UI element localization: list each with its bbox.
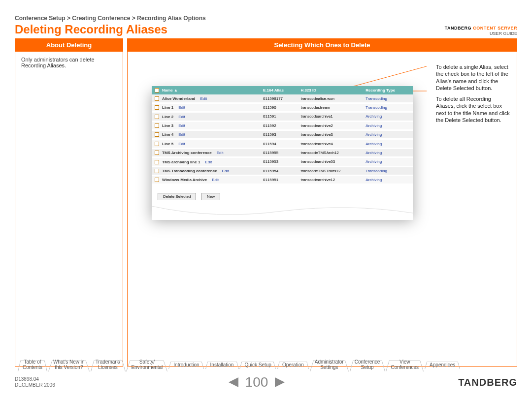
edit-link[interactable]: Edit <box>212 178 219 182</box>
about-deleting-panel: Only administrators can delete Recording… <box>15 52 123 367</box>
nav-tab[interactable]: Operation <box>277 360 309 369</box>
nav-tab[interactable]: AdministratorSettings <box>310 357 349 371</box>
delete-selected-button[interactable]: Delete Selected <box>158 193 196 200</box>
row-h323: transcodearchive4 <box>298 139 363 148</box>
about-deleting-text: Only administrators can delete Recording… <box>21 57 117 68</box>
next-page-arrow[interactable] <box>275 377 285 387</box>
row-type[interactable]: Archiving <box>366 114 382 119</box>
col-h323[interactable]: H.323 ID <box>298 86 363 94</box>
row-h323: transcodealice.won <box>298 94 363 103</box>
table-row: Line 5Edit011594transcodearchive4Archivi… <box>152 139 413 148</box>
table-row: TMS archiving line 1Edit0115953transcode… <box>152 157 413 166</box>
nav-tab[interactable]: Introduction <box>168 360 204 369</box>
row-h323: transcodearchive1 <box>298 112 363 121</box>
breadcrumb: Conference Setup > Creating Conference >… <box>15 15 517 22</box>
col-type[interactable]: Recording Type <box>363 86 413 94</box>
table-row: Alice WonderlandEdit011598177transcodeal… <box>152 94 413 103</box>
row-type[interactable]: Archiving <box>366 159 382 164</box>
edit-link[interactable]: Edit <box>178 105 185 110</box>
table-row: Line 1Edit011590transcodestreamTranscodi… <box>152 103 413 112</box>
row-checkbox[interactable] <box>155 132 159 137</box>
prev-page-arrow[interactable] <box>229 377 238 387</box>
edit-link[interactable]: Edit <box>217 151 224 155</box>
row-e164: 0115953 <box>260 157 298 166</box>
nav-tab[interactable]: Trademark/Licenses <box>91 357 126 371</box>
edit-link[interactable]: Edit <box>205 160 212 164</box>
row-type[interactable]: Transcoding <box>366 96 387 101</box>
note-delete-all: To delete all Recording Aliases, click t… <box>436 95 510 123</box>
row-name: Line 4 <box>162 132 173 137</box>
row-checkbox[interactable] <box>155 96 159 101</box>
nav-tab-label: Trademark/Licenses <box>96 359 121 370</box>
row-name: TMS Transcoding conference <box>162 169 217 173</box>
footer-docid: D13898.04 <box>15 376 55 382</box>
row-checkbox[interactable] <box>155 142 159 146</box>
row-checkbox[interactable] <box>155 105 159 110</box>
new-button[interactable]: New <box>201 193 220 200</box>
row-type[interactable]: Archiving <box>366 123 382 128</box>
nav-tab-label: Installation <box>210 362 234 368</box>
col-name-label: Name <box>162 88 173 92</box>
row-h323: transcodeTMSArch12 <box>298 148 363 157</box>
row-name: Windows Media Archive <box>162 178 207 182</box>
nav-tab-label: Safety/Environmental <box>131 359 163 370</box>
nav-tab[interactable]: ConferenceSetup <box>350 357 385 371</box>
table-row: Line 2Edit011591transcodearchive1Archivi… <box>152 112 413 121</box>
instruction-notes: To delete a single Alias, select the che… <box>436 61 510 359</box>
row-checkbox[interactable] <box>155 115 159 119</box>
nav-tab[interactable]: Quick Setup <box>239 360 276 369</box>
row-h323: transcodearchive12 <box>298 175 363 184</box>
row-e164: 0115951 <box>260 175 298 184</box>
row-e164: 011594 <box>260 139 298 148</box>
page-curl-decoration <box>152 206 413 220</box>
nav-tab-label: AdministratorSettings <box>315 359 344 370</box>
row-e164: 011592 <box>260 121 298 130</box>
row-type[interactable]: Archiving <box>366 178 382 182</box>
row-e164: 011590 <box>260 103 298 112</box>
row-h323: transcodearchive2 <box>298 121 363 130</box>
edit-link[interactable]: Edit <box>178 142 185 146</box>
nav-tab-label: Appendices <box>430 362 455 368</box>
nav-tab[interactable]: ViewConferences <box>386 357 424 371</box>
page-number: 100 <box>245 374 268 390</box>
row-type[interactable]: Archiving <box>366 151 382 155</box>
nav-tab-label: Operation <box>282 362 304 368</box>
row-checkbox[interactable] <box>155 169 159 173</box>
select-all-checkbox[interactable] <box>155 88 159 92</box>
row-checkbox[interactable] <box>155 123 159 128</box>
brand-user-guide: USER GUIDE <box>445 31 517 36</box>
edit-link[interactable]: Edit <box>222 169 229 173</box>
col-e164[interactable]: E.164 Alias <box>260 86 298 94</box>
footer-date: DECEMBER 2006 <box>15 382 55 388</box>
nav-tab[interactable]: Appendices <box>425 360 460 369</box>
bottom-nav: Table ofContentsWhat's New inthis Versio… <box>18 357 517 371</box>
page-title: Deleting Recording Aliases <box>15 23 167 36</box>
footer-logo: TANDBERG <box>458 377 517 388</box>
nav-tab[interactable]: Table ofContents <box>18 357 47 371</box>
row-type[interactable]: Archiving <box>366 132 382 137</box>
nav-tab[interactable]: What's New inthis Version? <box>48 357 90 371</box>
row-type[interactable]: Transcoding <box>366 105 387 110</box>
edit-link[interactable]: Edit <box>178 115 185 119</box>
nav-tab-label: Quick Setup <box>244 362 271 368</box>
edit-link[interactable]: Edit <box>200 96 207 101</box>
row-e164: 011598177 <box>260 94 298 103</box>
nav-tab-label: ConferenceSetup <box>355 359 380 370</box>
section-header-right: Selecting Which Ones to Delete <box>127 38 517 52</box>
row-checkbox[interactable] <box>155 178 159 182</box>
brand-content-server: CONTENT SERVER <box>473 26 517 31</box>
nav-tab[interactable]: Installation <box>205 360 239 369</box>
row-type[interactable]: Transcoding <box>366 169 387 173</box>
alias-table: Name ▲ E.164 Alias H.323 ID Recording Ty… <box>152 86 413 185</box>
nav-tab[interactable]: Safety/Environmental <box>126 357 167 371</box>
table-row: Windows Media ArchiveEdit0115951transcod… <box>152 175 413 184</box>
section-header-left: About Deleting <box>15 38 123 52</box>
row-name: Line 5 <box>162 142 173 146</box>
row-type[interactable]: Archiving <box>366 142 382 146</box>
row-checkbox[interactable] <box>155 151 159 155</box>
edit-link[interactable]: Edit <box>178 123 185 128</box>
col-name[interactable]: Name ▲ <box>152 86 260 94</box>
edit-link[interactable]: Edit <box>178 132 185 137</box>
table-row: TMS Archiving conferenceEdit0115955trans… <box>152 148 413 157</box>
row-checkbox[interactable] <box>155 160 159 164</box>
